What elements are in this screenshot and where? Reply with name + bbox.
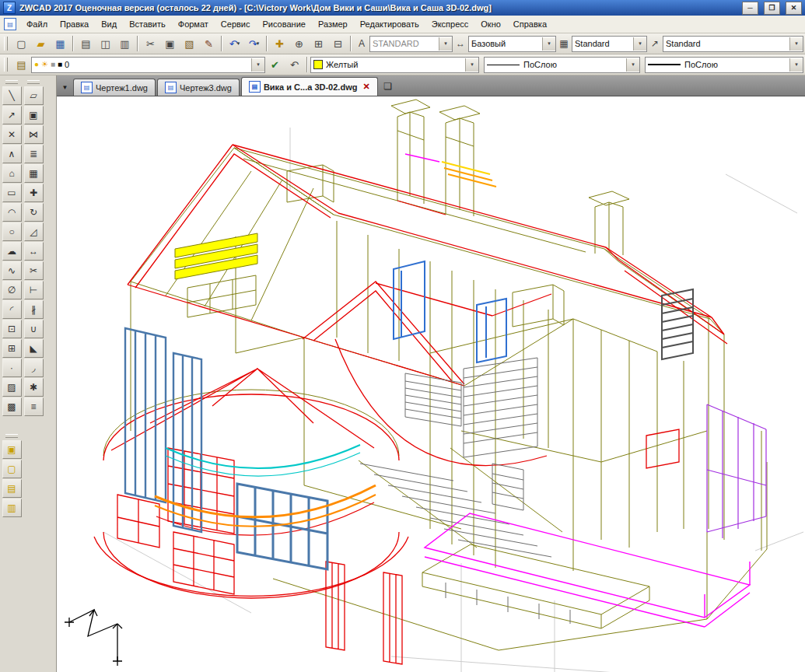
properties-button[interactable]: ≡ bbox=[24, 397, 44, 416]
ellipse-arc-button[interactable]: ◜ bbox=[2, 300, 22, 319]
menu-item-Окно[interactable]: Окно bbox=[474, 17, 507, 31]
scale-button[interactable]: ◿ bbox=[24, 222, 44, 241]
menu-item-Правка[interactable]: Правка bbox=[54, 17, 95, 31]
rectangle-button[interactable]: ▭ bbox=[2, 184, 22, 202]
layer-freeze-button[interactable]: ▤ bbox=[2, 479, 22, 498]
minimize-button[interactable]: ─ bbox=[742, 2, 758, 15]
color-combo[interactable]: Желтый ▾ bbox=[310, 57, 479, 73]
offset-button[interactable]: ≣ bbox=[24, 145, 44, 163]
arc-button[interactable]: ◠ bbox=[2, 203, 22, 222]
mirror-button[interactable]: ⋈ bbox=[24, 125, 44, 144]
hatch-button[interactable]: ▨ bbox=[2, 378, 22, 397]
fillet-button[interactable]: ◞ bbox=[24, 359, 44, 377]
menu-item-Формат[interactable]: Формат bbox=[172, 17, 215, 31]
layer-properties-button[interactable]: ▤ bbox=[12, 55, 31, 74]
chevron-down-icon[interactable]: ▾ bbox=[251, 58, 264, 72]
gradient-button[interactable]: ▩ bbox=[2, 397, 22, 416]
ray-button[interactable]: ↗ bbox=[2, 106, 22, 124]
spline-button[interactable]: ∿ bbox=[2, 261, 22, 280]
chevron-down-icon[interactable]: ▾ bbox=[439, 37, 452, 51]
layer-isolate-button[interactable]: ▣ bbox=[2, 440, 22, 459]
toolbar-grip[interactable] bbox=[4, 58, 8, 72]
document-tab[interactable]: ▤Чертеж1.dwg bbox=[73, 79, 156, 96]
chevron-down-icon[interactable]: ▾ bbox=[237, 40, 240, 47]
layer-previous-button[interactable]: ↶ bbox=[285, 55, 304, 74]
trim-button[interactable]: ✂ bbox=[24, 261, 44, 280]
new-document-tab-button[interactable]: ❏ bbox=[381, 79, 395, 93]
break-button[interactable]: ∦ bbox=[24, 300, 44, 319]
chevron-down-icon[interactable]: ▾ bbox=[542, 37, 555, 51]
zoom-realtime-button[interactable]: ⊕ bbox=[289, 34, 309, 53]
menu-item-Сервис[interactable]: Сервис bbox=[215, 17, 257, 31]
ellipse-button[interactable]: ∅ bbox=[2, 281, 22, 299]
drawing-canvas[interactable] bbox=[57, 96, 805, 672]
document-icon[interactable]: ▤ bbox=[4, 18, 16, 30]
print-button[interactable]: ▤ bbox=[76, 34, 96, 53]
new-button[interactable]: ▢ bbox=[12, 34, 31, 53]
menu-item-Вставить[interactable]: Вставить bbox=[123, 17, 172, 31]
linetype-combo[interactable]: ПоСлою ▾ bbox=[484, 57, 640, 73]
undo-button[interactable]: ↶▾ bbox=[225, 34, 244, 53]
chevron-down-icon[interactable]: ▾ bbox=[633, 37, 646, 51]
maximize-button[interactable]: ❐ bbox=[764, 2, 780, 15]
move-button[interactable]: ✚ bbox=[24, 184, 44, 202]
join-button[interactable]: ∪ bbox=[24, 320, 44, 338]
mleader-style-combo[interactable]: Standard ▾ bbox=[663, 36, 803, 52]
open-button[interactable]: ▰ bbox=[31, 34, 51, 53]
dim-style-combo[interactable]: Базовый ▾ bbox=[468, 36, 556, 52]
circle-button[interactable]: ○ bbox=[2, 222, 22, 241]
insert-block-button[interactable]: ⊡ bbox=[2, 320, 22, 338]
erase-button[interactable]: ▱ bbox=[24, 86, 44, 105]
paste-button[interactable]: ▧ bbox=[180, 34, 199, 53]
print-preview-button[interactable]: ◫ bbox=[96, 34, 115, 53]
chevron-down-icon[interactable]: ▾ bbox=[465, 58, 478, 72]
toolbar-grip[interactable] bbox=[5, 80, 18, 84]
polygon-button[interactable]: ⌂ bbox=[2, 164, 22, 183]
pan-button[interactable]: ✚ bbox=[270, 34, 289, 53]
cut-button[interactable]: ✂ bbox=[141, 34, 160, 53]
chevron-down-icon[interactable]: ▾ bbox=[789, 37, 803, 51]
toolbar-grip[interactable] bbox=[5, 434, 18, 438]
explode-button[interactable]: ✱ bbox=[24, 378, 44, 397]
copy-object-button[interactable]: ▣ bbox=[24, 106, 44, 124]
menu-item-Экспресс[interactable]: Экспресс bbox=[425, 17, 475, 31]
zoom-window-button[interactable]: ⊞ bbox=[309, 34, 328, 53]
copy-button[interactable]: ▣ bbox=[160, 34, 180, 53]
document-tab[interactable]: ▤Вика и С...а 3D-02.dwg✕ bbox=[241, 77, 378, 96]
chevron-down-icon[interactable]: ▾ bbox=[257, 40, 260, 47]
table-style-combo[interactable]: Standard ▾ bbox=[572, 36, 647, 52]
menu-item-Размер[interactable]: Размер bbox=[312, 17, 354, 31]
menu-item-Рисование[interactable]: Рисование bbox=[257, 17, 312, 31]
redo-button[interactable]: ↷▾ bbox=[244, 34, 264, 53]
stretch-button[interactable]: ↔ bbox=[24, 242, 44, 261]
match-properties-button[interactable]: ✎ bbox=[199, 34, 219, 53]
publish-button[interactable]: ▥ bbox=[115, 34, 135, 53]
document-tab[interactable]: ▤Чертеж3.dwg bbox=[157, 79, 240, 96]
menu-item-Редактировать[interactable]: Редактировать bbox=[354, 17, 425, 31]
menu-item-Файл[interactable]: Файл bbox=[20, 17, 54, 31]
chamfer-button[interactable]: ◣ bbox=[24, 339, 44, 358]
layer-lock-button[interactable]: ▥ bbox=[2, 499, 22, 517]
revcloud-button[interactable]: ☁ bbox=[2, 242, 22, 261]
chevron-down-icon[interactable]: ▾ bbox=[626, 58, 639, 72]
point-button[interactable]: ∙ bbox=[2, 359, 22, 377]
save-button[interactable]: ▦ bbox=[51, 34, 70, 53]
text-style-combo[interactable]: STANDARD ▾ bbox=[369, 36, 453, 52]
rotate-button[interactable]: ↻ bbox=[24, 203, 44, 222]
construction-line-button[interactable]: ✕ bbox=[2, 125, 22, 144]
tab-list-dropdown-button[interactable]: ▼ bbox=[59, 81, 71, 93]
lineweight-combo[interactable]: ПоСлою ▾ bbox=[645, 57, 803, 73]
close-button[interactable]: ✕ bbox=[786, 2, 802, 15]
zoom-previous-button[interactable]: ⊟ bbox=[328, 34, 348, 53]
menu-item-Справка[interactable]: Справка bbox=[507, 17, 553, 31]
layer-combo[interactable]: ●☀■■ 0 ▾ bbox=[31, 57, 265, 73]
array-button[interactable]: ▦ bbox=[24, 164, 44, 183]
extend-button[interactable]: ⊢ bbox=[24, 281, 44, 299]
layer-off-button[interactable]: ▢ bbox=[2, 460, 22, 478]
toolbar-grip[interactable] bbox=[27, 80, 40, 84]
polyline-button[interactable]: ∧ bbox=[2, 145, 22, 163]
tab-close-icon[interactable]: ✕ bbox=[362, 82, 369, 92]
toolbar-grip[interactable] bbox=[4, 37, 8, 51]
line-button[interactable]: ╲ bbox=[2, 86, 22, 105]
menu-item-Вид[interactable]: Вид bbox=[95, 17, 123, 31]
